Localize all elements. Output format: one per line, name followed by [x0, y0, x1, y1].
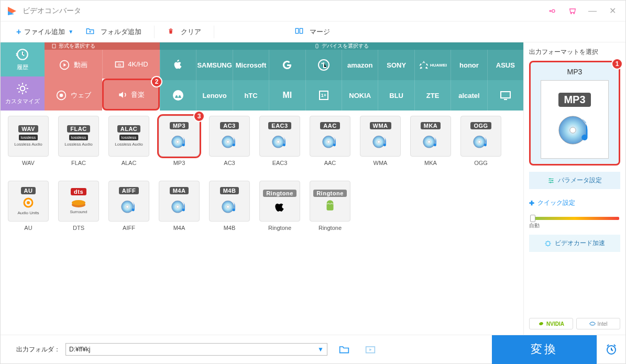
plus-small-icon: ✚: [529, 200, 534, 207]
video-mode-label: 動画: [74, 60, 87, 70]
format-card-dts[interactable]: dtsSurroundDTS: [58, 181, 99, 231]
brand-microsoft[interactable]: Microsoft: [233, 50, 269, 80]
brand-huawei[interactable]: HUAWEI: [414, 50, 451, 80]
brand-nokia[interactable]: NOKIA: [342, 80, 378, 111]
format-card-mp3[interactable]: 3MP3MP3: [159, 116, 200, 166]
format-card-aac[interactable]: AACAAC: [310, 116, 350, 166]
format-preview[interactable]: 1 MP3 MP3: [529, 61, 620, 166]
hd-mode-button[interactable]: 4k 4K/HD: [102, 50, 160, 79]
clear-label: クリア: [181, 27, 201, 37]
svg-point-34: [72, 200, 85, 205]
add-file-button[interactable]: + ファイル追加 ▼: [11, 25, 79, 39]
svg-point-22: [277, 140, 280, 143]
brand-htc[interactable]: hTC: [233, 80, 269, 111]
badge-1: 1: [611, 58, 623, 70]
format-card-m4a[interactable]: M4AM4A: [159, 181, 200, 231]
video-folder-button[interactable]: [361, 340, 380, 359]
intel-icon: [589, 321, 596, 327]
format-card-flac[interactable]: FLAClosslessLossless AudioFLAC: [58, 116, 99, 166]
gpu-accel-button[interactable]: ビデオカード加速: [529, 235, 620, 252]
badge-3: 3: [193, 111, 205, 122]
app-title: ビデオコンバータ: [23, 6, 541, 16]
svg-point-3: [20, 86, 25, 91]
brand-zte[interactable]: ZTE: [414, 80, 451, 111]
output-format-title: 出力フォーマットを選択: [529, 48, 620, 57]
cart-icon[interactable]: [565, 3, 580, 19]
format-card-eac3[interactable]: EAC3EAC3: [259, 116, 300, 166]
brand-samsung[interactable]: SAMSUNG: [196, 50, 232, 80]
brand-mi[interactable]: MI: [269, 80, 305, 111]
brand-moto[interactable]: [160, 80, 196, 111]
nvidia-icon: [538, 321, 544, 327]
category-strip: 履歴 カスタマイズ 形式を選択する 動画: [1, 42, 523, 111]
param-settings-button[interactable]: パラメータ設定: [529, 172, 620, 189]
format-icon: dtsSurround: [58, 181, 99, 222]
brand-asus[interactable]: ASUS: [487, 50, 523, 80]
format-card-m4b[interactable]: M4BM4B: [209, 181, 250, 231]
brand-sony[interactable]: SONY: [378, 50, 414, 80]
brand-tv[interactable]: [487, 80, 523, 111]
brand-oneplus[interactable]: 1+: [305, 80, 342, 111]
output-path-dropdown[interactable]: D:¥ff¥kj ▼: [65, 343, 327, 356]
mode-column: 形式を選択する 動画 ウェブ: [45, 42, 102, 111]
sliders-icon: [547, 177, 555, 184]
format-name: AU: [24, 225, 32, 231]
device-icon: [314, 43, 320, 49]
svg-rect-1: [300, 28, 303, 33]
format-card-wma[interactable]: WMAWMA: [360, 116, 401, 166]
brand-g[interactable]: [269, 50, 305, 80]
chip-icon: [544, 240, 552, 247]
svg-rect-16: [501, 92, 510, 98]
history-tab[interactable]: 履歴: [1, 42, 45, 76]
svg-point-32: [27, 201, 30, 204]
schedule-button[interactable]: [597, 335, 625, 364]
format-card-aiff[interactable]: AIFFAIFF: [108, 181, 149, 231]
separator: [154, 26, 155, 38]
format-icon: FLAClosslessLossless Audio: [58, 116, 99, 157]
convert-button[interactable]: 変換: [492, 335, 597, 364]
format-card-ringtone[interactable]: RingtoneRingtone: [310, 181, 350, 231]
merge-button[interactable]: マージ: [290, 25, 335, 39]
merge-icon: [295, 27, 306, 36]
brand-lg[interactable]: [305, 50, 342, 80]
web-mode-button[interactable]: ウェブ: [45, 80, 102, 111]
format-card-mka[interactable]: MKAMKA: [410, 116, 451, 166]
close-button[interactable]: ✕: [605, 3, 620, 19]
format-card-ringtone[interactable]: RingtoneRingtone: [259, 181, 300, 231]
key-icon[interactable]: [545, 3, 561, 19]
badge-2: 2: [151, 76, 162, 87]
add-folder-button[interactable]: フォルダ追加: [81, 25, 147, 39]
intel-badge[interactable]: Intel: [576, 318, 620, 329]
format-icon: MP3: [159, 116, 200, 157]
format-card-ac3[interactable]: AC3AC3: [209, 116, 250, 166]
brand-blu[interactable]: BLU: [378, 80, 414, 111]
music-mode-button[interactable]: 2 音楽: [102, 79, 160, 111]
svg-point-24: [327, 140, 330, 143]
brand-amazon[interactable]: amazon: [342, 50, 378, 80]
format-name: M4B: [224, 225, 236, 231]
format-card-ogg[interactable]: OGGOGG: [460, 116, 501, 166]
slider-thumb[interactable]: [530, 215, 535, 222]
format-card-au[interactable]: AUAudio UnitsAU: [8, 181, 49, 231]
quality-slider[interactable]: [530, 217, 619, 220]
right-sidebar: 出力フォーマットを選択 1 MP3 MP3 パラメータ設定 ✚: [523, 42, 625, 335]
svg-rect-4: [52, 44, 56, 48]
clock-icon: [605, 343, 618, 356]
clear-button[interactable]: クリア: [162, 25, 206, 39]
app-logo-icon: [6, 5, 18, 17]
quick-settings-label: クイック設定: [537, 198, 575, 207]
format-card-wav[interactable]: WAVlosslessLossless AudioWAV: [8, 116, 49, 166]
speaker-icon: [117, 90, 128, 100]
minimize-button[interactable]: —: [585, 3, 600, 19]
video-mode-button[interactable]: 動画: [45, 50, 102, 80]
format-icon: OGG: [460, 116, 501, 157]
format-card-alac[interactable]: ALAClosslessLossless AudioALAC: [108, 116, 149, 166]
brand-apple[interactable]: [160, 50, 196, 80]
nvidia-badge[interactable]: NVIDIA: [529, 318, 573, 329]
preview-format-label: MP3: [567, 68, 583, 76]
customize-tab[interactable]: カスタマイズ: [1, 76, 45, 111]
brand-lenovo[interactable]: Lenovo: [196, 80, 232, 111]
open-folder-button[interactable]: [335, 340, 354, 359]
brand-alcatel[interactable]: alcatel: [451, 80, 487, 111]
brand-honor[interactable]: honor: [451, 50, 487, 80]
